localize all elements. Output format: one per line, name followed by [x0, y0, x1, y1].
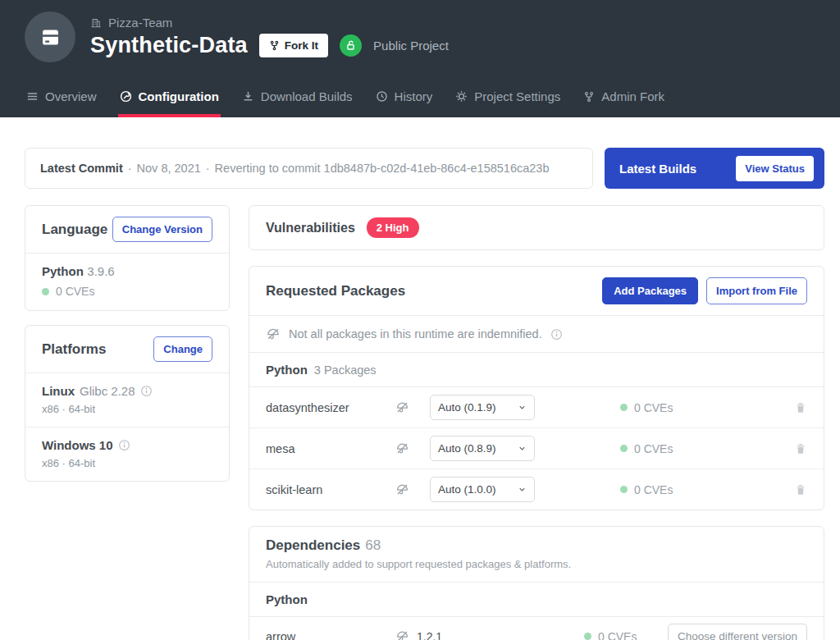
language-row: Python 3.9.6	[42, 264, 212, 279]
platforms-card-header: Platforms Change	[25, 326, 229, 373]
info-icon[interactable]	[550, 328, 563, 341]
packages-count: 3 Packages	[314, 363, 377, 377]
fork-it-button[interactable]: Fork It	[259, 34, 328, 57]
package-row: datasynthesizer Auto (0.1.9) 0 CVEs	[249, 387, 824, 428]
top-row: Latest Commit · Nov 8, 2021 · Reverting …	[25, 148, 824, 189]
platform-arch: x86 · 64-bit	[42, 457, 212, 469]
tab-configuration[interactable]: Configuration	[118, 89, 221, 117]
project-row: Synthetic-Data Fork It	[90, 33, 449, 58]
tab-configuration-label: Configuration	[139, 89, 219, 103]
delete-package-icon[interactable]	[794, 401, 807, 414]
language-card-header: Language Change Version	[25, 206, 229, 254]
right-column: Vulnerabilities 2 High Requested Package…	[249, 205, 824, 640]
version-select[interactable]: Auto (1.0.0)	[430, 477, 535, 502]
public-lock-badge	[340, 34, 362, 57]
package-cve-count: 0 CVEs	[634, 442, 673, 455]
indemnification-note-row: Not all packages in this runtime are ind…	[249, 316, 824, 353]
package-cve-line: 0 CVEs	[538, 483, 783, 496]
dependencies-section-header: Python	[249, 583, 824, 617]
tab-admin-fork[interactable]: Admin Fork	[582, 89, 666, 117]
history-icon	[376, 90, 388, 103]
fork-it-label: Fork It	[285, 39, 318, 52]
vulnerabilities-row: Vulnerabilities 2 High	[249, 206, 824, 249]
project-title-block: Pizza-Team Synthetic-Data Fork It	[90, 11, 449, 62]
commit-separator: ·	[206, 162, 210, 175]
commit-message: Reverting to commit 1db8487b-c02d-41eb-8…	[215, 162, 550, 175]
tab-history[interactable]: History	[374, 89, 435, 117]
download-icon	[242, 90, 254, 103]
tab-project-settings-label: Project Settings	[474, 89, 560, 103]
menu-icon	[26, 90, 39, 103]
cve-status-dot	[584, 633, 591, 640]
configuration-icon	[120, 90, 132, 103]
info-icon[interactable]	[140, 385, 153, 397]
lock-open-icon	[345, 39, 357, 52]
dependency-cve-line: 0 CVEs	[535, 630, 668, 640]
import-from-file-button[interactable]: Import from File	[706, 277, 807, 304]
language-cve-count: 0 CVEs	[56, 285, 94, 298]
tab-overview-label: Overview	[45, 89, 97, 103]
delete-package-icon[interactable]	[794, 442, 807, 455]
package-row: scikit-learn Auto (1.0.0) 0 CVEs	[249, 469, 824, 510]
change-platforms-button[interactable]: Change	[153, 336, 212, 362]
version-select[interactable]: Auto (0.1.9)	[430, 395, 535, 420]
info-icon[interactable]	[118, 439, 130, 451]
umbrella-slash-icon	[395, 482, 430, 496]
project-avatar	[25, 11, 75, 62]
dependencies-language: Python	[266, 592, 308, 606]
package-row: mesa Auto (0.8.9) 0 CVEs	[249, 428, 824, 469]
version-select[interactable]: Auto (0.8.9)	[430, 436, 535, 461]
delete-package-icon[interactable]	[794, 483, 807, 496]
cve-status-dot	[42, 288, 49, 295]
team-name[interactable]: Pizza-Team	[108, 16, 172, 30]
platform-row-windows: Windows 10 x86 · 64-bit	[25, 427, 229, 481]
commit-date: Nov 8, 2021	[137, 162, 201, 175]
version-select-value: Auto (0.8.9)	[438, 442, 496, 455]
content-columns: Language Change Version Python 3.9.6 0 C…	[25, 205, 824, 640]
package-cve-count: 0 CVEs	[634, 401, 673, 414]
change-version-button[interactable]: Change Version	[112, 217, 212, 242]
gear-icon	[455, 90, 468, 103]
umbrella-slash-icon	[395, 400, 430, 414]
cve-status-dot	[620, 404, 628, 411]
platforms-card: Platforms Change Linux Glibc 2.28 x86 · …	[25, 325, 230, 482]
tab-admin-fork-label: Admin Fork	[601, 89, 664, 103]
left-column: Language Change Version Python 3.9.6 0 C…	[25, 205, 230, 640]
choose-different-version-button[interactable]: Choose different version	[668, 624, 807, 640]
organization-icon	[90, 17, 102, 29]
package-cve-count: 0 CVEs	[634, 483, 673, 496]
latest-builds-bar: Latest Builds View Status	[605, 148, 824, 189]
language-card: Language Change Version Python 3.9.6 0 C…	[25, 205, 230, 311]
requested-packages-title: Requested Packages	[266, 283, 405, 299]
requested-packages-actions: Add Packages Import from File	[602, 277, 807, 304]
umbrella-slash-icon	[395, 441, 430, 455]
main-content: Latest Commit · Nov 8, 2021 · Reverting …	[0, 117, 840, 640]
visibility-label: Public Project	[373, 39, 449, 53]
tab-project-settings[interactable]: Project Settings	[454, 89, 562, 117]
project-header: Pizza-Team Synthetic-Data Fork It	[0, 0, 840, 117]
package-name: scikit-learn	[266, 483, 395, 496]
dependency-version: 1.2.1	[417, 630, 442, 640]
project-box-icon	[39, 26, 62, 48]
packages-section-header: Python 3 Packages	[249, 353, 824, 387]
project-name: Synthetic-Data	[90, 33, 248, 58]
platform-detail: Glibc 2.28	[80, 384, 135, 398]
tab-download-builds[interactable]: Download Builds	[240, 89, 354, 117]
language-name: Python	[42, 264, 84, 278]
language-cve-line: 0 CVEs	[42, 285, 212, 298]
dependencies-title-line: Dependencies68	[266, 537, 807, 554]
latest-commit-bar: Latest Commit · Nov 8, 2021 · Reverting …	[25, 148, 593, 189]
view-status-button[interactable]: View Status	[736, 156, 814, 181]
add-packages-button[interactable]: Add Packages	[602, 277, 698, 304]
tab-download-builds-label: Download Builds	[261, 89, 353, 103]
fork-icon	[583, 91, 595, 103]
version-select-value: Auto (0.1.9)	[438, 401, 496, 414]
dependencies-card: Dependencies68 Automatically added to su…	[249, 526, 824, 640]
tab-overview[interactable]: Overview	[25, 89, 98, 117]
package-name: mesa	[266, 442, 395, 455]
indemnification-note: Not all packages in this runtime are ind…	[289, 327, 542, 341]
dependency-version-group: 1.2.1	[395, 629, 535, 640]
package-cve-line: 0 CVEs	[538, 401, 783, 414]
requested-packages-header: Requested Packages Add Packages Import f…	[249, 267, 824, 316]
commit-separator: ·	[128, 162, 132, 175]
